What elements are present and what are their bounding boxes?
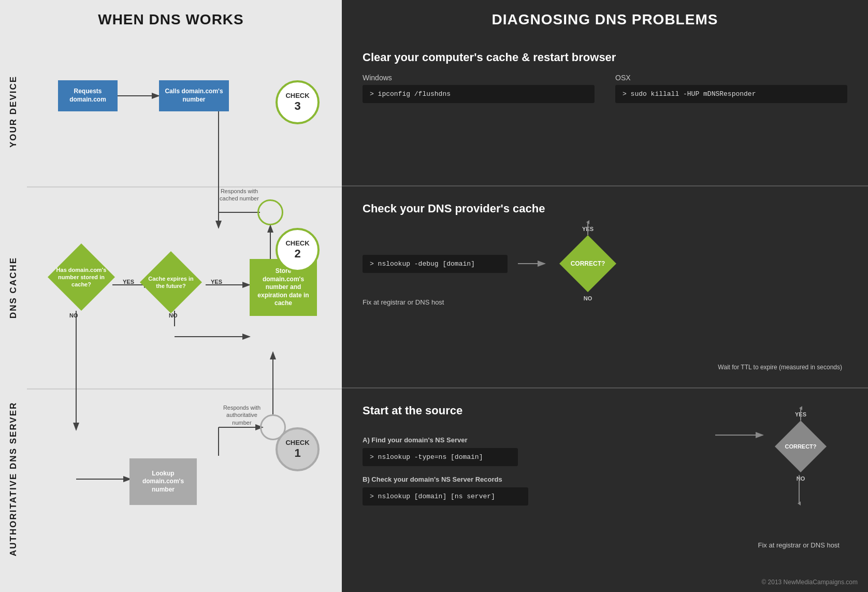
section-dns-cache: Check your DNS provider's cache > nslook… [342,187,868,388]
sec3-diamond-correct: CORRECT? YES NO [775,421,827,472]
wait-ttl: Wait for TTL to expire (measured in seco… [718,363,842,372]
flow-area: Requests domain.com Calls domain.com's n… [27,36,342,580]
left-title: WHEN DNS WORKS [0,0,342,37]
sec3-b-label: B) Check your domain's NS Server Records [363,475,847,483]
diamond-has-number: Has domain.com's number stored in cache? [48,243,115,311]
sec2-cmd: > nslookup -debug [domain] [363,255,508,273]
windows-cmd: > ipconfig /flushdns [363,85,595,103]
section-clear-cache: Clear your computer's cache & restart br… [342,36,868,186]
sec2-fix-text: Fix at registrar or DNS host [342,292,868,306]
sec2-arrow [518,258,549,269]
check3-circle: CHECK 3 [276,80,320,124]
label-no1: NO [69,312,78,319]
diamond-cache-expires: Cache expires in the future? [140,251,202,313]
windows-label: Windows [363,74,595,82]
sec3-b-cmd: > nslookup [domain] [ns server] [363,487,528,506]
label-your-device: Your Device [0,36,27,186]
sec3-fix-text: Fix at registrar or DNS host [758,540,840,551]
check2-circle: CHECK 2 [276,228,320,272]
box-calls: Calls domain.com's number [159,80,229,111]
responds-cached-label: Responds with cached number [219,187,260,203]
sec3-cmd-arrow [715,430,767,440]
sec2-diamond-correct: CORRECT? YES NO [559,235,616,292]
label-yes1: YES [123,279,134,285]
osx-cmd: > sudo killall -HUP mDNSResponder [615,85,847,103]
sec2-no-label: NO [584,295,592,301]
copyright: © 2013 NewMediaCampaigns.com [761,579,858,586]
sec3-yes-arrow [795,406,806,421]
label-auth-server: Authoritative DNS Server [0,388,27,570]
windows-block: Windows > ipconfig /flushdns [363,74,595,103]
label-no2: NO [169,312,178,319]
section-source: Start at the source A) Find your domain'… [342,389,868,576]
label-dns-cache: DNS Cache [0,186,27,388]
responds-auth-label: Responds with authoritative number [219,404,265,426]
sec2-title: Check your DNS provider's cache [342,187,868,225]
sec1-title: Clear your computer's cache & restart br… [342,36,868,74]
box-lookup: Lookup domain.com's number [129,458,197,505]
sec2-yes-arrow [583,220,593,235]
right-title: DIAGNOSING DNS PROBLEMS [342,0,868,37]
check1-circle: CHECK 1 [276,427,320,471]
left-panel: WHEN DNS WORKS Your Device DNS Cache Aut… [0,0,342,592]
osx-label: OSX [615,74,847,82]
sec3-a-cmd: > nslookup -type=ns [domain] [363,448,518,466]
responds-cached-circle [257,199,283,225]
sec3-no-arrow [794,475,804,506]
os-row: Windows > ipconfig /flushdns OSX > sudo … [342,74,868,103]
right-panel: DIAGNOSING DNS PROBLEMS Clear your compu… [342,0,868,592]
nslookup-row: > nslookup -debug [domain] CORRECT? YES [342,225,868,292]
osx-block: OSX > sudo killall -HUP mDNSResponder [615,74,847,103]
box-requests: Requests domain.com [58,80,118,111]
label-yes2: YES [211,279,222,285]
